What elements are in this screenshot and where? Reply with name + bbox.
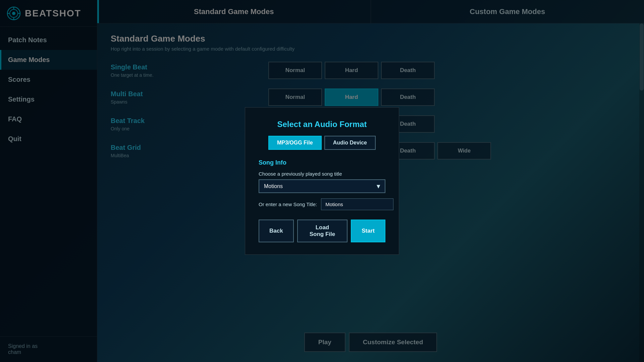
modal-load-song-button[interactable]: Load Song File <box>297 220 348 242</box>
song-dropdown-wrap: Motions ▼ <box>259 179 385 193</box>
modal-overlay: Select an Audio Format MP3/OGG File Audi… <box>0 0 644 362</box>
new-title-row: Or enter a new Song Title: <box>259 198 385 210</box>
audio-format-buttons: MP3/OGG File Audio Device <box>259 136 385 150</box>
song-info-title: Song Info <box>259 159 385 166</box>
song-info-section: Song Info Choose a previously played son… <box>259 159 385 210</box>
previously-played-label: Choose a previously played song title <box>259 171 385 177</box>
modal-back-button[interactable]: Back <box>259 220 294 242</box>
new-title-label: Or enter a new Song Title: <box>259 201 317 207</box>
modal-title: Select an Audio Format <box>259 120 385 129</box>
modal-start-button[interactable]: Start <box>351 220 385 242</box>
modal: Select an Audio Format MP3/OGG File Audi… <box>245 107 399 255</box>
song-dropdown[interactable]: Motions <box>259 179 385 193</box>
new-title-input[interactable] <box>321 198 393 210</box>
modal-buttons: Back Load Song File Start <box>259 220 385 242</box>
format-btn-mp3-ogg[interactable]: MP3/OGG File <box>268 136 322 150</box>
format-btn-audio-device[interactable]: Audio Device <box>324 136 376 150</box>
